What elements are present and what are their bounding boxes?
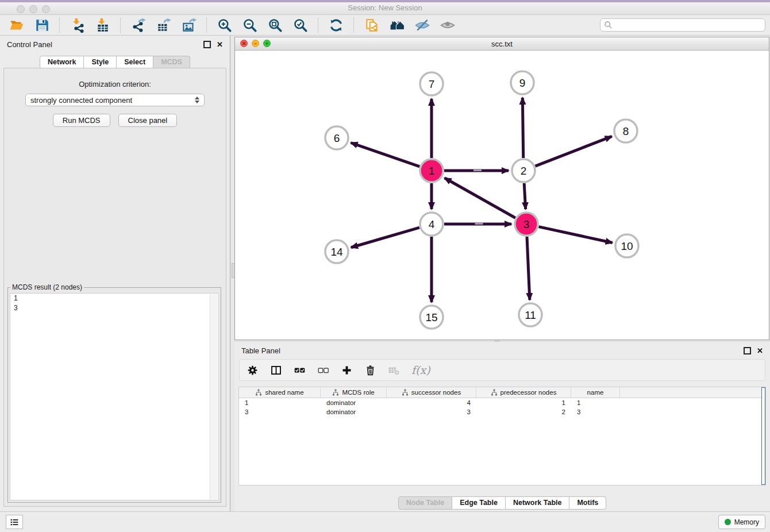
tab-edge-table[interactable]: Edge Table bbox=[452, 496, 506, 510]
criterion-dropdown[interactable]: strongly connected component bbox=[25, 94, 205, 106]
delete-column-button[interactable] bbox=[364, 364, 376, 376]
task-history-button[interactable] bbox=[6, 515, 23, 529]
node-11[interactable]: 11 bbox=[519, 303, 542, 326]
close-panel-button[interactable]: Close panel bbox=[118, 114, 178, 127]
zoom-in-button[interactable] bbox=[213, 16, 237, 34]
cell[interactable]: 3 bbox=[239, 408, 321, 415]
node-1[interactable]: 1 bbox=[420, 159, 443, 182]
cell[interactable]: 1 bbox=[571, 399, 620, 406]
node-2[interactable]: 2 bbox=[512, 159, 535, 182]
edge-3-11[interactable] bbox=[527, 237, 530, 300]
float-panel-icon[interactable] bbox=[203, 41, 211, 48]
table-settings-button[interactable] bbox=[247, 364, 259, 376]
tab-style[interactable]: Style bbox=[84, 56, 117, 69]
cell[interactable]: 2 bbox=[476, 408, 571, 415]
window-zoom-button[interactable] bbox=[42, 5, 50, 13]
add-column-button[interactable] bbox=[341, 364, 353, 376]
edge-2-8[interactable] bbox=[536, 136, 612, 166]
node-10[interactable]: 10 bbox=[615, 234, 638, 257]
memory-status-icon bbox=[725, 519, 731, 525]
search-box[interactable] bbox=[600, 18, 765, 32]
cell[interactable]: dominator bbox=[321, 408, 387, 415]
network-close-button[interactable] bbox=[240, 40, 248, 47]
open-session-button[interactable] bbox=[5, 16, 29, 34]
mcds-result-area[interactable]: 13 bbox=[10, 293, 219, 500]
column-header-shared-name[interactable]: shared name bbox=[239, 387, 321, 398]
column-header-MCDS-role[interactable]: MCDS role bbox=[321, 387, 387, 398]
column-header-name[interactable]: name bbox=[571, 387, 620, 398]
edge-2-9[interactable] bbox=[522, 98, 523, 158]
edge-4-14[interactable] bbox=[351, 228, 419, 248]
cell[interactable]: 3 bbox=[571, 408, 620, 415]
table-row[interactable]: 3dominator323 bbox=[239, 407, 765, 417]
first-neighbors-button[interactable] bbox=[385, 16, 409, 34]
edge-3-1[interactable] bbox=[445, 178, 515, 218]
network-window-titlebar: scc.txt bbox=[235, 37, 769, 51]
import-network-button[interactable] bbox=[66, 16, 90, 34]
copy-network-button[interactable] bbox=[360, 16, 384, 34]
cell[interactable]: dominator bbox=[321, 399, 387, 406]
node-14[interactable]: 14 bbox=[325, 240, 348, 263]
tab-network[interactable]: Network bbox=[40, 56, 84, 69]
zoom-fit-button[interactable] bbox=[263, 16, 287, 34]
import-table-button[interactable] bbox=[91, 16, 115, 34]
mcds-result-title: MCDS result (2 nodes) bbox=[10, 283, 84, 291]
node-3[interactable]: 3 bbox=[515, 213, 538, 236]
network-maximize-button[interactable] bbox=[263, 40, 271, 47]
node-8[interactable]: 8 bbox=[614, 119, 637, 142]
tab-network-table[interactable]: Network Table bbox=[506, 496, 570, 510]
zoom-out-button[interactable] bbox=[238, 16, 262, 34]
table-row[interactable]: 1dominator411 bbox=[239, 398, 765, 407]
tree-sort-icon bbox=[255, 389, 262, 396]
search-input[interactable] bbox=[614, 21, 761, 30]
node-6[interactable]: 6 bbox=[325, 126, 348, 149]
node-15[interactable]: 15 bbox=[420, 306, 443, 329]
show-all-button[interactable] bbox=[436, 16, 460, 34]
zoom-selected-button[interactable] bbox=[288, 16, 313, 34]
show-columns-button[interactable] bbox=[270, 364, 282, 376]
tab-motifs[interactable]: Motifs bbox=[569, 496, 606, 510]
toolbar-separator bbox=[353, 18, 355, 33]
network-canvas[interactable]: 7968124314101511 bbox=[235, 51, 769, 340]
float-panel-icon[interactable] bbox=[744, 347, 751, 354]
save-session-button[interactable] bbox=[30, 16, 54, 34]
edge-1-6[interactable] bbox=[351, 142, 420, 166]
cell[interactable]: 1 bbox=[239, 399, 321, 406]
export-table-button[interactable] bbox=[152, 16, 176, 34]
node-4[interactable]: 4 bbox=[420, 213, 443, 236]
hide-selected-button[interactable] bbox=[410, 16, 434, 34]
vertical-splitter[interactable] bbox=[230, 36, 234, 511]
memory-button[interactable]: Memory bbox=[718, 515, 765, 529]
toolbar-separator bbox=[206, 18, 207, 33]
tab-mcds[interactable]: MCDS bbox=[153, 56, 190, 69]
cell[interactable]: 3 bbox=[387, 408, 476, 415]
delete-table-button[interactable] bbox=[388, 364, 400, 376]
deselect-all-rows-button[interactable] bbox=[317, 364, 329, 376]
export-network-button[interactable] bbox=[126, 16, 151, 34]
open-session-icon bbox=[9, 18, 24, 33]
network-minimize-button[interactable] bbox=[252, 40, 259, 47]
select-all-rows-button[interactable] bbox=[294, 364, 306, 376]
close-panel-icon[interactable] bbox=[757, 347, 763, 354]
window-close-button[interactable] bbox=[17, 5, 25, 13]
edge-2-3[interactable] bbox=[524, 183, 525, 209]
column-header-predecessor-nodes[interactable]: predecessor nodes bbox=[476, 387, 571, 398]
column-header-successor-nodes[interactable]: successor nodes bbox=[387, 387, 476, 398]
edge-label-mark bbox=[475, 223, 483, 225]
node-9[interactable]: 9 bbox=[511, 71, 534, 94]
node-7[interactable]: 7 bbox=[420, 72, 443, 95]
table-scrollbar[interactable] bbox=[761, 387, 765, 485]
run-mcds-button[interactable]: Run MCDS bbox=[53, 114, 110, 127]
cell[interactable]: 1 bbox=[476, 399, 571, 406]
close-panel-icon[interactable] bbox=[217, 41, 223, 48]
function-builder-button[interactable]: f(x) bbox=[411, 364, 430, 376]
tab-select[interactable]: Select bbox=[117, 56, 153, 69]
edge-3-10[interactable] bbox=[538, 227, 612, 243]
result-scrollbar[interactable] bbox=[210, 294, 218, 499]
window-minimize-button[interactable] bbox=[29, 5, 37, 13]
list-icon bbox=[9, 517, 20, 527]
cell[interactable]: 4 bbox=[387, 399, 476, 406]
tab-node-table[interactable]: Node Table bbox=[398, 496, 452, 510]
refresh-button[interactable] bbox=[324, 16, 348, 34]
export-image-button[interactable] bbox=[177, 16, 201, 34]
